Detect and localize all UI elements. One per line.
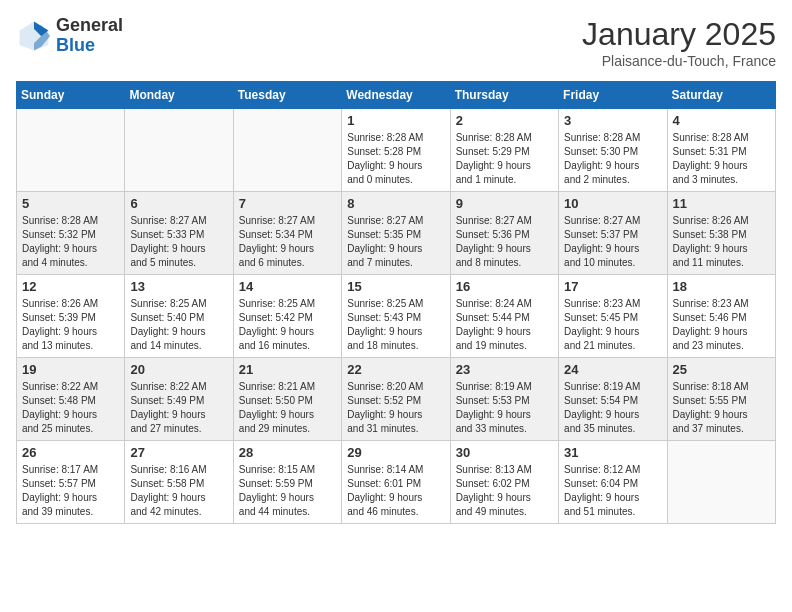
calendar-cell (17, 109, 125, 192)
calendar-cell: 21Sunrise: 8:21 AM Sunset: 5:50 PM Dayli… (233, 358, 341, 441)
title-section: January 2025 Plaisance-du-Touch, France (582, 16, 776, 69)
cell-content: Sunrise: 8:20 AM Sunset: 5:52 PM Dayligh… (347, 380, 444, 436)
calendar-cell (125, 109, 233, 192)
cell-content: Sunrise: 8:19 AM Sunset: 5:53 PM Dayligh… (456, 380, 553, 436)
cell-content: Sunrise: 8:19 AM Sunset: 5:54 PM Dayligh… (564, 380, 661, 436)
cell-content: Sunrise: 8:23 AM Sunset: 5:46 PM Dayligh… (673, 297, 770, 353)
calendar-cell: 8Sunrise: 8:27 AM Sunset: 5:35 PM Daylig… (342, 192, 450, 275)
calendar-cell: 11Sunrise: 8:26 AM Sunset: 5:38 PM Dayli… (667, 192, 775, 275)
cell-content: Sunrise: 8:21 AM Sunset: 5:50 PM Dayligh… (239, 380, 336, 436)
logo: General Blue (16, 16, 123, 56)
cell-content: Sunrise: 8:22 AM Sunset: 5:48 PM Dayligh… (22, 380, 119, 436)
day-number: 15 (347, 279, 444, 294)
day-number: 12 (22, 279, 119, 294)
cell-content: Sunrise: 8:16 AM Sunset: 5:58 PM Dayligh… (130, 463, 227, 519)
calendar-cell: 4Sunrise: 8:28 AM Sunset: 5:31 PM Daylig… (667, 109, 775, 192)
calendar-week-row: 19Sunrise: 8:22 AM Sunset: 5:48 PM Dayli… (17, 358, 776, 441)
day-number: 30 (456, 445, 553, 460)
calendar-cell: 22Sunrise: 8:20 AM Sunset: 5:52 PM Dayli… (342, 358, 450, 441)
cell-content: Sunrise: 8:25 AM Sunset: 5:40 PM Dayligh… (130, 297, 227, 353)
day-number: 16 (456, 279, 553, 294)
day-number: 9 (456, 196, 553, 211)
logo-blue-text: Blue (56, 35, 95, 55)
cell-content: Sunrise: 8:25 AM Sunset: 5:43 PM Dayligh… (347, 297, 444, 353)
calendar-cell: 29Sunrise: 8:14 AM Sunset: 6:01 PM Dayli… (342, 441, 450, 524)
cell-content: Sunrise: 8:26 AM Sunset: 5:39 PM Dayligh… (22, 297, 119, 353)
calendar-header-row: SundayMondayTuesdayWednesdayThursdayFrid… (17, 82, 776, 109)
calendar-table: SundayMondayTuesdayWednesdayThursdayFrid… (16, 81, 776, 524)
calendar-week-row: 1Sunrise: 8:28 AM Sunset: 5:28 PM Daylig… (17, 109, 776, 192)
cell-content: Sunrise: 8:15 AM Sunset: 5:59 PM Dayligh… (239, 463, 336, 519)
cell-content: Sunrise: 8:28 AM Sunset: 5:28 PM Dayligh… (347, 131, 444, 187)
calendar-header-day: Friday (559, 82, 667, 109)
calendar-cell: 15Sunrise: 8:25 AM Sunset: 5:43 PM Dayli… (342, 275, 450, 358)
calendar-week-row: 12Sunrise: 8:26 AM Sunset: 5:39 PM Dayli… (17, 275, 776, 358)
calendar-cell: 20Sunrise: 8:22 AM Sunset: 5:49 PM Dayli… (125, 358, 233, 441)
day-number: 4 (673, 113, 770, 128)
cell-content: Sunrise: 8:28 AM Sunset: 5:29 PM Dayligh… (456, 131, 553, 187)
cell-content: Sunrise: 8:28 AM Sunset: 5:31 PM Dayligh… (673, 131, 770, 187)
day-number: 27 (130, 445, 227, 460)
day-number: 13 (130, 279, 227, 294)
calendar-cell: 10Sunrise: 8:27 AM Sunset: 5:37 PM Dayli… (559, 192, 667, 275)
calendar-header-day: Wednesday (342, 82, 450, 109)
cell-content: Sunrise: 8:18 AM Sunset: 5:55 PM Dayligh… (673, 380, 770, 436)
calendar-cell: 18Sunrise: 8:23 AM Sunset: 5:46 PM Dayli… (667, 275, 775, 358)
day-number: 10 (564, 196, 661, 211)
calendar-week-row: 26Sunrise: 8:17 AM Sunset: 5:57 PM Dayli… (17, 441, 776, 524)
calendar-header-day: Thursday (450, 82, 558, 109)
cell-content: Sunrise: 8:14 AM Sunset: 6:01 PM Dayligh… (347, 463, 444, 519)
day-number: 22 (347, 362, 444, 377)
day-number: 1 (347, 113, 444, 128)
cell-content: Sunrise: 8:23 AM Sunset: 5:45 PM Dayligh… (564, 297, 661, 353)
calendar-cell: 14Sunrise: 8:25 AM Sunset: 5:42 PM Dayli… (233, 275, 341, 358)
calendar-cell: 23Sunrise: 8:19 AM Sunset: 5:53 PM Dayli… (450, 358, 558, 441)
cell-content: Sunrise: 8:27 AM Sunset: 5:35 PM Dayligh… (347, 214, 444, 270)
calendar-cell: 2Sunrise: 8:28 AM Sunset: 5:29 PM Daylig… (450, 109, 558, 192)
calendar-cell: 16Sunrise: 8:24 AM Sunset: 5:44 PM Dayli… (450, 275, 558, 358)
calendar-cell: 30Sunrise: 8:13 AM Sunset: 6:02 PM Dayli… (450, 441, 558, 524)
day-number: 6 (130, 196, 227, 211)
calendar-cell (233, 109, 341, 192)
calendar-cell: 25Sunrise: 8:18 AM Sunset: 5:55 PM Dayli… (667, 358, 775, 441)
cell-content: Sunrise: 8:28 AM Sunset: 5:30 PM Dayligh… (564, 131, 661, 187)
cell-content: Sunrise: 8:17 AM Sunset: 5:57 PM Dayligh… (22, 463, 119, 519)
day-number: 23 (456, 362, 553, 377)
page-header: General Blue January 2025 Plaisance-du-T… (16, 16, 776, 69)
calendar-cell: 6Sunrise: 8:27 AM Sunset: 5:33 PM Daylig… (125, 192, 233, 275)
calendar-header-day: Saturday (667, 82, 775, 109)
day-number: 21 (239, 362, 336, 377)
day-number: 14 (239, 279, 336, 294)
day-number: 3 (564, 113, 661, 128)
day-number: 28 (239, 445, 336, 460)
cell-content: Sunrise: 8:27 AM Sunset: 5:33 PM Dayligh… (130, 214, 227, 270)
calendar-header-day: Sunday (17, 82, 125, 109)
calendar-week-row: 5Sunrise: 8:28 AM Sunset: 5:32 PM Daylig… (17, 192, 776, 275)
calendar-cell: 3Sunrise: 8:28 AM Sunset: 5:30 PM Daylig… (559, 109, 667, 192)
day-number: 19 (22, 362, 119, 377)
calendar-cell: 9Sunrise: 8:27 AM Sunset: 5:36 PM Daylig… (450, 192, 558, 275)
day-number: 7 (239, 196, 336, 211)
day-number: 5 (22, 196, 119, 211)
day-number: 25 (673, 362, 770, 377)
cell-content: Sunrise: 8:25 AM Sunset: 5:42 PM Dayligh… (239, 297, 336, 353)
cell-content: Sunrise: 8:28 AM Sunset: 5:32 PM Dayligh… (22, 214, 119, 270)
day-number: 24 (564, 362, 661, 377)
calendar-cell: 17Sunrise: 8:23 AM Sunset: 5:45 PM Dayli… (559, 275, 667, 358)
cell-content: Sunrise: 8:24 AM Sunset: 5:44 PM Dayligh… (456, 297, 553, 353)
cell-content: Sunrise: 8:12 AM Sunset: 6:04 PM Dayligh… (564, 463, 661, 519)
cell-content: Sunrise: 8:13 AM Sunset: 6:02 PM Dayligh… (456, 463, 553, 519)
cell-content: Sunrise: 8:27 AM Sunset: 5:34 PM Dayligh… (239, 214, 336, 270)
day-number: 31 (564, 445, 661, 460)
calendar-cell: 1Sunrise: 8:28 AM Sunset: 5:28 PM Daylig… (342, 109, 450, 192)
cell-content: Sunrise: 8:27 AM Sunset: 5:36 PM Dayligh… (456, 214, 553, 270)
logo-general-text: General (56, 15, 123, 35)
calendar-cell: 27Sunrise: 8:16 AM Sunset: 5:58 PM Dayli… (125, 441, 233, 524)
calendar-cell: 19Sunrise: 8:22 AM Sunset: 5:48 PM Dayli… (17, 358, 125, 441)
day-number: 8 (347, 196, 444, 211)
calendar-cell: 13Sunrise: 8:25 AM Sunset: 5:40 PM Dayli… (125, 275, 233, 358)
day-number: 26 (22, 445, 119, 460)
day-number: 18 (673, 279, 770, 294)
calendar-cell: 31Sunrise: 8:12 AM Sunset: 6:04 PM Dayli… (559, 441, 667, 524)
calendar-cell: 24Sunrise: 8:19 AM Sunset: 5:54 PM Dayli… (559, 358, 667, 441)
